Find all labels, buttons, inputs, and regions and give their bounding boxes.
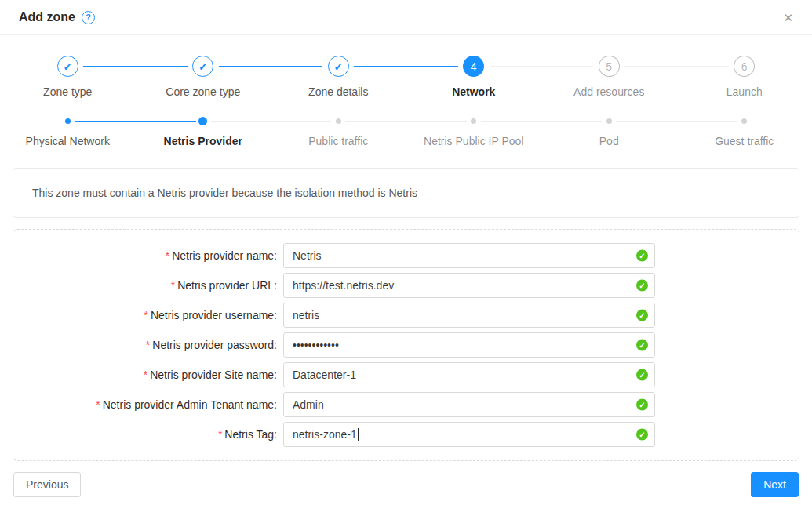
success-check-icon: [636, 369, 648, 381]
field-input[interactable]: https://test.netris.dev: [283, 273, 655, 298]
substep-label: Pod: [599, 135, 619, 147]
input-value: ••••••••••••: [293, 339, 339, 351]
input-value: Admin: [293, 398, 324, 411]
step-label: Add resources: [573, 85, 644, 98]
substep-dot-wrap: [606, 117, 612, 125]
step-number: 4: [463, 56, 484, 77]
input-wrap: netris-zone-1: [283, 422, 655, 447]
substep-label: Physical Network: [26, 135, 110, 147]
wizard-step[interactable]: 5 Add resources: [541, 56, 677, 98]
success-check-icon: [636, 250, 648, 262]
dialog-title: Add zone: [19, 10, 75, 24]
required-asterisk: *: [166, 249, 169, 262]
required-asterisk: *: [144, 369, 147, 381]
wizard-step[interactable]: 6 Launch: [677, 56, 812, 98]
label-colon: :: [274, 249, 277, 262]
wizard-step[interactable]: 4 Network: [406, 56, 542, 98]
field-label-text: Netris provider URL: [177, 279, 274, 292]
input-wrap: Datacenter-1: [283, 362, 655, 387]
network-substeps: Physical Network Netris Provider Public …: [0, 117, 812, 147]
field-label: *Netris provider URL:: [13, 279, 283, 292]
success-check-icon: [636, 340, 648, 351]
input-wrap: netris: [283, 303, 655, 328]
success-check-icon: [636, 429, 648, 441]
step-label: Network: [452, 85, 495, 98]
network-substep: Netris Provider: [136, 117, 271, 147]
required-asterisk: *: [144, 309, 147, 321]
step-label: Zone type: [43, 85, 92, 98]
field-label: *Netris Tag:: [13, 428, 283, 441]
step-number: 6: [734, 56, 755, 77]
required-asterisk: *: [218, 428, 222, 441]
label-colon: :: [274, 339, 277, 351]
substep-dot-icon: [741, 118, 747, 124]
network-substep: Public traffic: [271, 117, 406, 147]
input-value: Datacenter-1: [293, 369, 356, 381]
required-asterisk: *: [171, 279, 175, 292]
step-label: Zone details: [308, 85, 368, 98]
input-wrap: ••••••••••••: [283, 332, 655, 358]
field-label: *Netris provider username:: [13, 309, 283, 321]
success-check-icon: [636, 310, 648, 321]
network-substep: Netris Public IP Pool: [406, 117, 542, 147]
substep-dot-icon: [336, 118, 341, 124]
previous-button[interactable]: Previous: [13, 472, 81, 497]
substep-dot-icon: [198, 117, 207, 125]
field-input[interactable]: netris: [283, 303, 655, 328]
dialog-header: Add zone: [0, 0, 812, 35]
notice-box: This zone must contain a Netris provider…: [13, 168, 799, 218]
field-input[interactable]: ••••••••••••: [283, 332, 655, 358]
substep-dot-icon: [606, 118, 612, 124]
required-asterisk: *: [146, 339, 150, 351]
netris-provider-form: *Netris provider name: Netris *Netris pr…: [13, 229, 799, 461]
label-colon: :: [274, 309, 277, 321]
field-label-text: Netris provider username: [151, 309, 274, 321]
form-row: *Netris provider URL: https://test.netri…: [13, 273, 799, 298]
input-wrap: Netris: [283, 243, 655, 268]
form-row: *Netris provider Site name: Datacenter-1: [13, 362, 799, 387]
text-caret: [358, 428, 359, 441]
label-colon: :: [274, 398, 277, 411]
field-label-text: Netris provider name: [172, 249, 274, 262]
substep-dot-wrap: [471, 117, 476, 125]
step-check-icon: [328, 56, 349, 77]
substep-dot-wrap: [741, 117, 747, 125]
field-label-text: Netris provider Site name: [150, 369, 274, 381]
input-value: netris: [293, 309, 319, 321]
substep-label: Netris Public IP Pool: [424, 135, 523, 147]
notice-text: This zone must contain a Netris provider…: [32, 187, 417, 199]
field-label: *Netris provider password:: [13, 339, 283, 351]
field-input[interactable]: Admin: [283, 392, 655, 417]
label-colon: :: [274, 369, 277, 381]
network-substep: Guest traffic: [677, 117, 812, 147]
step-number: 5: [599, 56, 620, 77]
close-icon[interactable]: [783, 12, 793, 24]
input-wrap: Admin: [283, 392, 655, 417]
step-check-icon: [192, 56, 213, 77]
field-label-text: Netris provider Admin Tenant name: [103, 398, 274, 411]
wizard-step[interactable]: Zone details: [271, 56, 406, 98]
form-row: *Netris provider Admin Tenant name: Admi…: [13, 392, 799, 417]
step-check-icon: [57, 56, 78, 77]
field-label: *Netris provider name:: [13, 249, 283, 262]
network-substep: Physical Network: [0, 117, 136, 147]
next-button[interactable]: Next: [751, 472, 799, 497]
field-label: *Netris provider Site name:: [13, 369, 283, 381]
required-asterisk: *: [96, 398, 100, 411]
field-input[interactable]: Netris: [283, 243, 655, 268]
form-row: *Netris provider name: Netris: [13, 243, 799, 268]
field-input[interactable]: netris-zone-1: [283, 422, 655, 447]
form-row: *Netris provider username: netris: [13, 303, 799, 328]
step-label: Launch: [726, 85, 763, 98]
field-label-text: Netris Tag: [224, 428, 274, 441]
substep-label: Public traffic: [308, 135, 368, 147]
question-circle-icon[interactable]: [82, 11, 95, 24]
label-colon: :: [274, 279, 277, 292]
wizard-step[interactable]: Core zone type: [136, 56, 271, 98]
substep-label: Guest traffic: [715, 135, 774, 147]
substep-dot-wrap: [336, 117, 341, 125]
substep-dot-icon: [65, 118, 71, 124]
field-input[interactable]: Datacenter-1: [283, 362, 655, 387]
wizard-step[interactable]: Zone type: [0, 56, 136, 98]
substep-dot-wrap: [65, 117, 71, 125]
